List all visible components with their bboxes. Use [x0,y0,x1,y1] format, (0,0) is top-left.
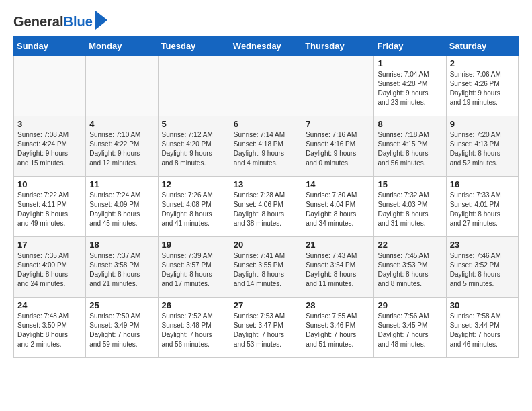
calendar-cell: 2Sunrise: 7:06 AM Sunset: 4:26 PM Daylig… [446,56,518,116]
calendar-header-thursday: Thursday [302,37,374,56]
calendar-cell: 4Sunrise: 7:10 AM Sunset: 4:22 PM Daylig… [86,116,158,177]
logo-arrow-icon [95,11,107,30]
day-number: 29 [378,300,442,310]
day-number: 9 [450,119,515,129]
calendar-cell: 22Sunrise: 7:45 AM Sunset: 3:53 PM Dayli… [374,237,446,298]
calendar-cell: 8Sunrise: 7:18 AM Sunset: 4:15 PM Daylig… [374,116,446,177]
calendar-header-wednesday: Wednesday [230,37,302,56]
calendar-cell: 26Sunrise: 7:52 AM Sunset: 3:48 PM Dayli… [158,298,230,358]
calendar-cell: 25Sunrise: 7:50 AM Sunset: 3:49 PM Dayli… [86,298,158,358]
day-info: Sunrise: 7:43 AM Sunset: 3:54 PM Dayligh… [306,251,370,289]
day-number: 13 [234,179,298,189]
calendar-cell [86,56,158,116]
day-info: Sunrise: 7:58 AM Sunset: 3:44 PM Dayligh… [450,312,515,349]
calendar-week-row: 1Sunrise: 7:04 AM Sunset: 4:28 PM Daylig… [14,56,519,116]
calendar-cell: 6Sunrise: 7:14 AM Sunset: 4:18 PM Daylig… [230,116,302,177]
day-number: 28 [306,300,370,310]
day-info: Sunrise: 7:39 AM Sunset: 3:57 PM Dayligh… [162,251,226,289]
day-info: Sunrise: 7:46 AM Sunset: 3:52 PM Dayligh… [450,251,515,289]
calendar-header-monday: Monday [86,37,158,56]
day-number: 7 [306,119,370,129]
day-info: Sunrise: 7:06 AM Sunset: 4:26 PM Dayligh… [450,70,515,107]
calendar-cell: 27Sunrise: 7:53 AM Sunset: 3:47 PM Dayli… [230,298,302,358]
day-info: Sunrise: 7:50 AM Sunset: 3:49 PM Dayligh… [89,312,154,349]
calendar-cell: 13Sunrise: 7:28 AM Sunset: 4:06 PM Dayli… [230,177,302,237]
page-header: GeneralBlue [13,13,519,30]
day-info: Sunrise: 7:24 AM Sunset: 4:09 PM Dayligh… [89,191,154,228]
calendar-cell: 14Sunrise: 7:30 AM Sunset: 4:04 PM Dayli… [302,177,374,237]
calendar-cell [158,56,230,116]
calendar-cell: 21Sunrise: 7:43 AM Sunset: 3:54 PM Dayli… [302,237,374,298]
day-number: 27 [234,300,298,310]
day-number: 10 [17,179,82,189]
calendar-week-row: 17Sunrise: 7:35 AM Sunset: 4:00 PM Dayli… [14,237,519,298]
day-number: 18 [89,240,154,250]
day-info: Sunrise: 7:53 AM Sunset: 3:47 PM Dayligh… [234,312,298,349]
day-number: 2 [450,58,515,68]
day-number: 11 [89,179,154,189]
day-number: 1 [378,58,442,68]
calendar-cell: 28Sunrise: 7:55 AM Sunset: 3:46 PM Dayli… [302,298,374,358]
calendar-cell: 16Sunrise: 7:33 AM Sunset: 4:01 PM Dayli… [446,177,518,237]
day-info: Sunrise: 7:16 AM Sunset: 4:16 PM Dayligh… [306,130,370,168]
calendar-cell: 3Sunrise: 7:08 AM Sunset: 4:24 PM Daylig… [14,116,86,177]
day-info: Sunrise: 7:41 AM Sunset: 3:55 PM Dayligh… [234,251,298,289]
day-info: Sunrise: 7:14 AM Sunset: 4:18 PM Dayligh… [234,130,298,168]
day-number: 20 [234,240,298,250]
day-number: 3 [17,119,82,129]
day-number: 22 [378,240,442,250]
calendar-cell: 23Sunrise: 7:46 AM Sunset: 3:52 PM Dayli… [446,237,518,298]
calendar-week-row: 24Sunrise: 7:48 AM Sunset: 3:50 PM Dayli… [14,298,519,358]
day-info: Sunrise: 7:56 AM Sunset: 3:45 PM Dayligh… [378,312,442,349]
calendar-cell [14,56,86,116]
calendar-cell: 24Sunrise: 7:48 AM Sunset: 3:50 PM Dayli… [14,298,86,358]
day-number: 5 [162,119,226,129]
calendar-header-friday: Friday [374,37,446,56]
calendar-cell: 29Sunrise: 7:56 AM Sunset: 3:45 PM Dayli… [374,298,446,358]
day-info: Sunrise: 7:30 AM Sunset: 4:04 PM Dayligh… [306,191,370,228]
day-info: Sunrise: 7:52 AM Sunset: 3:48 PM Dayligh… [162,312,226,349]
day-info: Sunrise: 7:45 AM Sunset: 3:53 PM Dayligh… [378,251,442,289]
calendar-header-sunday: Sunday [14,37,86,56]
day-info: Sunrise: 7:33 AM Sunset: 4:01 PM Dayligh… [450,191,515,228]
calendar-cell: 1Sunrise: 7:04 AM Sunset: 4:28 PM Daylig… [374,56,446,116]
day-info: Sunrise: 7:55 AM Sunset: 3:46 PM Dayligh… [306,312,370,349]
day-number: 30 [450,300,515,310]
logo-blue: Blue [63,14,92,29]
calendar-header-row: SundayMondayTuesdayWednesdayThursdayFrid… [14,37,519,56]
day-info: Sunrise: 7:18 AM Sunset: 4:15 PM Dayligh… [378,130,442,168]
calendar-cell [302,56,374,116]
day-info: Sunrise: 7:48 AM Sunset: 3:50 PM Dayligh… [17,312,82,349]
logo: GeneralBlue [13,13,107,30]
day-info: Sunrise: 7:28 AM Sunset: 4:06 PM Dayligh… [234,191,298,228]
day-info: Sunrise: 7:08 AM Sunset: 4:24 PM Dayligh… [17,130,82,168]
calendar-table: SundayMondayTuesdayWednesdayThursdayFrid… [13,36,519,358]
day-info: Sunrise: 7:20 AM Sunset: 4:13 PM Dayligh… [450,130,515,168]
day-number: 16 [450,179,515,189]
logo-general: General [13,14,63,29]
day-number: 15 [378,179,442,189]
day-info: Sunrise: 7:22 AM Sunset: 4:11 PM Dayligh… [17,191,82,228]
day-info: Sunrise: 7:12 AM Sunset: 4:20 PM Dayligh… [162,130,226,168]
day-number: 24 [17,300,82,310]
calendar-cell: 5Sunrise: 7:12 AM Sunset: 4:20 PM Daylig… [158,116,230,177]
day-number: 26 [162,300,226,310]
calendar-cell: 20Sunrise: 7:41 AM Sunset: 3:55 PM Dayli… [230,237,302,298]
day-number: 21 [306,240,370,250]
day-info: Sunrise: 7:10 AM Sunset: 4:22 PM Dayligh… [89,130,154,168]
day-number: 4 [89,119,154,129]
day-number: 8 [378,119,442,129]
calendar-cell: 9Sunrise: 7:20 AM Sunset: 4:13 PM Daylig… [446,116,518,177]
calendar-cell: 15Sunrise: 7:32 AM Sunset: 4:03 PM Dayli… [374,177,446,237]
calendar-header-saturday: Saturday [446,37,518,56]
calendar-cell: 12Sunrise: 7:26 AM Sunset: 4:08 PM Dayli… [158,177,230,237]
day-info: Sunrise: 7:35 AM Sunset: 4:00 PM Dayligh… [17,251,82,289]
day-number: 17 [17,240,82,250]
calendar-cell: 18Sunrise: 7:37 AM Sunset: 3:58 PM Dayli… [86,237,158,298]
day-number: 25 [89,300,154,310]
day-number: 14 [306,179,370,189]
calendar-cell [230,56,302,116]
day-number: 19 [162,240,226,250]
calendar-cell: 19Sunrise: 7:39 AM Sunset: 3:57 PM Dayli… [158,237,230,298]
calendar-cell: 10Sunrise: 7:22 AM Sunset: 4:11 PM Dayli… [14,177,86,237]
